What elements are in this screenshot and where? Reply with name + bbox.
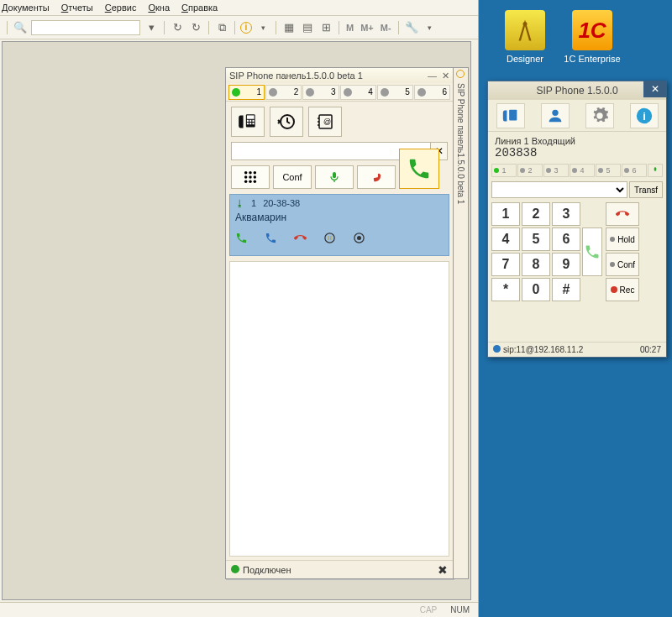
svg-rect-1	[247, 115, 255, 118]
hold-button[interactable]: Hold	[606, 227, 639, 251]
key-2[interactable]: 2	[522, 202, 550, 226]
mic-button[interactable]	[315, 165, 354, 189]
toolbar-search-input[interactable]	[31, 20, 140, 35]
svg-point-14	[244, 175, 247, 178]
transfer-button[interactable]: Transf	[629, 181, 663, 198]
key-5[interactable]: 5	[522, 227, 550, 251]
close-button[interactable]: ✕	[643, 81, 667, 97]
search-icon[interactable]: 🔍	[13, 20, 28, 35]
call-time: 20-38-38	[263, 198, 300, 208]
line-5[interactable]: 5	[377, 85, 413, 100]
memory-m[interactable]: M	[344, 23, 355, 33]
wrench-icon[interactable]: 🔧	[404, 20, 419, 35]
history-tab-button[interactable]	[270, 107, 303, 137]
win-line-5[interactable]: 5	[596, 164, 621, 177]
tab-info[interactable]: i	[630, 103, 659, 128]
key-9[interactable]: 9	[552, 253, 580, 276]
call-duration: 00:27	[640, 345, 661, 354]
menu-windows[interactable]: Окна	[148, 3, 170, 13]
key-hash[interactable]: #	[552, 278, 580, 301]
svg-rect-21	[328, 236, 329, 240]
menu-service[interactable]: Сервис	[105, 3, 137, 13]
svg-point-13	[254, 171, 256, 174]
desktop-icon-designer[interactable]: Designer	[496, 10, 554, 64]
line-6[interactable]: 6	[414, 85, 450, 100]
win-line-2[interactable]: 2	[517, 164, 543, 177]
line-selector: 1 2 3 4 5 6	[226, 83, 453, 102]
svg-rect-5	[247, 123, 249, 124]
memory-mminus[interactable]: M-	[379, 23, 393, 33]
tab-contacts[interactable]	[541, 103, 570, 128]
win-line-4[interactable]: 4	[570, 164, 595, 177]
toolbar-sep	[276, 21, 276, 34]
conf-button[interactable]: Conf	[606, 253, 639, 276]
pin-icon[interactable]	[456, 70, 465, 78]
svg-rect-7	[252, 123, 254, 124]
desktop-icon-1c-enterprise[interactable]: 1C 1C Enterprise	[563, 10, 622, 64]
svg-point-25	[523, 22, 528, 26]
win-mic-button[interactable]	[648, 164, 663, 177]
sip-window-title: SIP Phone 1.5.0.0	[536, 85, 617, 97]
win-line-3[interactable]: 3	[543, 164, 569, 177]
menu-reports[interactable]: Отчеты	[61, 3, 93, 13]
line-1[interactable]: 1	[228, 85, 265, 100]
svg-point-19	[254, 180, 256, 183]
sip-panel-side-caption[interactable]: SIP Phone панель1.5.0.0 beta 1	[454, 67, 469, 579]
hangup-button[interactable]	[606, 202, 639, 226]
dropdown-icon[interactable]: ▾	[423, 20, 438, 35]
minimize-icon[interactable]: ―	[428, 71, 437, 81]
close-icon[interactable]: ✕	[442, 71, 449, 81]
menu-documents[interactable]: Документы	[2, 3, 50, 13]
settings-icon[interactable]: ✖	[438, 563, 448, 577]
answer-button[interactable]	[582, 227, 602, 276]
menu-help[interactable]: Справка	[181, 3, 218, 13]
abacus-icon[interactable]: ⊞	[318, 20, 333, 35]
rec-button[interactable]: Rec	[606, 278, 639, 301]
toolbar-sep	[208, 21, 209, 34]
copy-icon[interactable]: ⧉	[214, 20, 229, 35]
refresh-icon[interactable]: ↻	[170, 20, 185, 35]
key-7[interactable]: 7	[491, 253, 520, 276]
key-star[interactable]: *	[491, 278, 520, 301]
line-4[interactable]: 4	[340, 85, 376, 100]
key-1[interactable]: 1	[491, 202, 520, 226]
call-button[interactable]	[399, 149, 439, 189]
calc-icon[interactable]: ▤	[300, 20, 315, 35]
hold-icon[interactable]	[323, 232, 336, 247]
dropdown-icon[interactable]: ▾	[144, 20, 159, 35]
active-call-card: ⭳ 1 20-38-38 Аквамарин	[229, 194, 449, 256]
conference-button[interactable]: Conf	[273, 165, 312, 189]
memory-mplus[interactable]: M+	[359, 23, 375, 33]
sip-panel-titlebar: SIP Phone панель1.5.0.0 beta 1 ― ✕	[226, 68, 453, 83]
sip-window-titlebar: SIP Phone 1.5.0.0 ✕	[488, 81, 666, 100]
key-8[interactable]: 8	[522, 253, 550, 276]
key-6[interactable]: 6	[552, 227, 580, 251]
toolbar-sep	[7, 21, 8, 34]
record-icon[interactable]	[353, 232, 365, 247]
transfer-icon[interactable]	[265, 232, 277, 247]
desktop-icon-label: 1C Enterprise	[563, 54, 622, 64]
tab-phone[interactable]	[496, 103, 525, 128]
reject-icon[interactable]	[294, 232, 307, 247]
key-4[interactable]: 4	[491, 227, 520, 251]
number-combo[interactable]	[491, 181, 627, 198]
answer-icon[interactable]	[235, 232, 248, 247]
info-icon[interactable]: i	[240, 22, 252, 34]
win-line-6[interactable]: 6	[622, 164, 647, 177]
hangup-button[interactable]	[357, 165, 396, 189]
desktop-icon-label: Designer	[496, 54, 554, 64]
win-line-1[interactable]: 1	[491, 164, 517, 177]
key-3[interactable]: 3	[552, 202, 580, 226]
dropdown-icon[interactable]: ▾	[255, 20, 270, 35]
toolbar-sep	[234, 21, 235, 34]
line-3[interactable]: 3	[302, 85, 339, 100]
dialpad-button[interactable]	[231, 165, 270, 189]
svg-point-12	[249, 171, 251, 174]
phone-tab-button[interactable]	[231, 107, 265, 137]
key-0[interactable]: 0	[522, 278, 550, 301]
line-2[interactable]: 2	[265, 85, 302, 100]
calendar-icon[interactable]: ▦	[281, 20, 297, 35]
contacts-tab-button[interactable]: @	[308, 107, 342, 137]
tab-settings[interactable]	[585, 103, 614, 128]
refresh-all-icon[interactable]: ↻	[188, 20, 203, 35]
